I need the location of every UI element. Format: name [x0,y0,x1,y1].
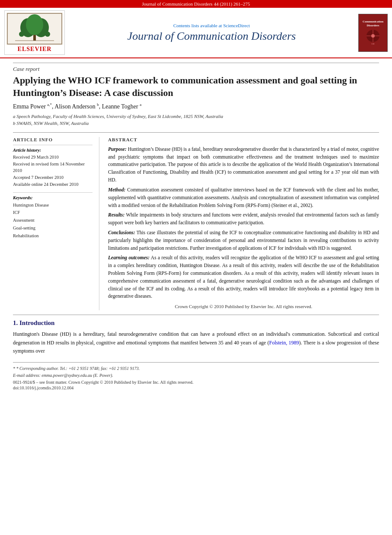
svg-point-5 [26,14,43,35]
introduction-heading: 1. Introduction [13,319,379,327]
abstract-method: Method: Communication assessment consist… [108,186,379,209]
issn-line: 0021-9924/$ – see front matter. Crown Co… [13,380,379,385]
section-number: 1. [13,319,18,326]
cover-decoration-icon: CD [362,28,384,45]
keyword-5: Rehabilitation [13,232,92,240]
affiliation-sup-b: b [97,102,99,107]
svg-point-7 [45,32,50,37]
svg-text:CD: CD [372,43,375,45]
email-footnote: E-mail address: emma.power@sydney.edu.au… [13,372,379,379]
conclusions-text: This case illustrates the potential of u… [108,230,379,251]
article-history-block: Article history: Received 29 March 2010 … [13,145,92,188]
article-info-column: ARTICLE INFO Article history: Received 2… [13,137,99,310]
article-type-label: Case report [13,63,379,73]
keywords-label: Keywords: [13,195,92,200]
corresponding-footnote: * * Corresponding author. Tel.: +61 2 93… [13,365,379,372]
method-text: Communication assessment consisted of qu… [108,187,379,208]
purpose-label: Purpose: [108,146,127,152]
elsevier-tree-icon [6,13,63,45]
sciencedirect-link[interactable]: ScienceDirect [223,23,250,28]
contents-label: Contents lists available at [173,23,222,28]
learning-label: Learning outcomes: [108,255,150,260]
keyword-4: Goal-setting [13,224,92,232]
copyright-line: Crown Copyright © 2010 Published by Else… [108,303,379,310]
elsevier-logo-section: ELSEVIER [4,10,65,55]
abstract-learning: Learning outcomes: As a result of this a… [108,254,379,300]
keyword-3: Assessment [13,217,92,224]
corresponding-text: * Corresponding author. Tel.: +61 2 9351… [16,366,140,371]
journal-center: Contents lists available at ScienceDirec… [65,23,358,43]
keyword-1: Huntington Disease [13,201,92,209]
top-bar: Journal of Communication Disorders 44 (2… [0,0,392,8]
journal-title: Journal of Communication Disorders [65,30,358,43]
two-column-section: ARTICLE INFO Article history: Received 2… [13,132,379,310]
revised-date: Received in revised form 14 November 201… [13,161,92,175]
received-date: Received 29 March 2010 [13,154,92,161]
affiliation-a: a Speech Pathology, Faculty of Health Sc… [13,113,379,120]
svg-point-13 [371,34,375,38]
article-info-heading: ARTICLE INFO [13,137,92,142]
affiliations: a Speech Pathology, Faculty of Health Sc… [13,113,379,127]
abstract-text: Purpose: Huntington’s Disease (HD) is a … [108,146,379,310]
main-content: Case report Applying the WHO ICF framewo… [0,58,392,399]
email-label: E-mail address: [13,373,41,378]
purpose-text: Huntington’s Disease (HD) is a fatal, he… [108,146,379,182]
conclusions-label: Conclusions: [108,230,135,235]
authors-line: Emma Power a,*, Alison Anderson b, Leann… [13,102,379,110]
email-person: (E. Power). [92,373,113,378]
section-title: Introduction [19,319,54,326]
history-label: Article history: [13,148,92,153]
abstract-heading: ABSTRACT [108,137,379,142]
cover-image: CommunicationDisorders CD [358,14,388,52]
doi-line: doi:10.1016/j.jcomdis.2010.12.004 [13,385,379,390]
abstract-conclusions: Conclusions: This case illustrates the p… [108,229,379,252]
footnotes-area: * * Corresponding author. Tel.: +61 2 93… [13,362,379,390]
journal-cover: CommunicationDisorders CD [358,14,388,52]
keyword-2: ICF [13,209,92,217]
online-date: Available online 24 December 2010 [13,181,92,188]
results-text: While impairments in body structures and… [108,212,379,225]
affiliation-b: b SWAHS, NSW Health, NSW, Australia [13,120,379,127]
journal-citation: Journal of Communication Disorders 44 (2… [142,1,250,6]
method-label: Method: [108,187,125,192]
journal-header: ELSEVIER Contents lists available at Sci… [0,8,392,58]
contents-available: Contents lists available at ScienceDirec… [65,23,358,28]
introduction-text: Huntington's Disease (HD) is a hereditar… [13,330,379,355]
abstract-column: ABSTRACT Purpose: Huntington’s Disease (… [108,137,379,310]
abstract-results: Results: While impairments in body struc… [108,211,379,227]
logo-box: ELSEVIER [4,10,65,55]
folstein-reference[interactable]: Folstein, 1989 [269,340,299,346]
intro-paragraph: Huntington's Disease (HD) is a hereditar… [13,331,379,353]
svg-point-6 [19,32,24,37]
section-divider [13,315,379,315]
keywords-list: Huntington Disease ICF Assessment Goal-s… [13,201,92,240]
article-title: Applying the WHO ICF framework to commun… [13,74,379,99]
elsevier-brand-text: ELSEVIER [18,46,52,53]
corresponding-symbol: * [13,366,16,371]
abstract-purpose: Purpose: Huntington’s Disease (HD) is a … [108,146,379,184]
accepted-date: Accepted 7 December 2010 [13,174,92,181]
cover-title: CommunicationDisorders [363,20,383,27]
learning-text: As a result of this activity, readers wi… [108,255,379,299]
results-label: Results: [108,212,124,217]
corresponding-sup: * [50,102,52,107]
keywords-block: Keywords: Huntington Disease ICF Assessm… [13,192,92,240]
affiliation-sup-a2: a [140,102,141,107]
email-link[interactable]: emma.power@sydney.edu.au [41,373,92,378]
